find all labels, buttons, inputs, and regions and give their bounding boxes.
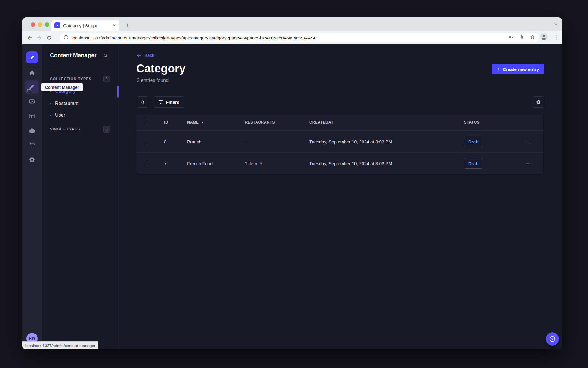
cell-name: Brunch <box>187 139 245 144</box>
column-header-id[interactable]: ID <box>164 120 187 124</box>
nav-cloud-icon[interactable] <box>25 124 39 137</box>
arrow-left-icon <box>137 53 142 58</box>
content-manager-tooltip: Content Manager <box>41 83 83 91</box>
plus-icon: + <box>497 66 500 72</box>
nav-marketplace-icon[interactable] <box>25 139 39 152</box>
close-tab-icon[interactable]: × <box>112 23 116 28</box>
new-tab-button[interactable]: + <box>123 21 132 30</box>
cell-id: 7 <box>164 161 187 166</box>
table-row[interactable]: 7 French Food 1 item ▼ Tuesday, Septembe… <box>136 152 543 174</box>
url-text[interactable]: localhost:1337/admin/content-manager/col… <box>72 35 504 40</box>
browser-reload-icon[interactable] <box>44 33 54 42</box>
status-badge[interactable]: Draft <box>464 158 483 169</box>
filter-icon <box>159 100 163 104</box>
zoom-page-icon[interactable] <box>519 34 525 41</box>
traffic-lights <box>31 22 49 27</box>
browser-menu-icon[interactable]: ⋮ <box>553 34 559 41</box>
subnav-item-label: User <box>55 112 65 118</box>
main-content: Back Category 2 entries found + Create n… <box>118 44 562 349</box>
row-checkbox[interactable] <box>146 139 146 145</box>
row-actions-menu-icon[interactable]: ⋯ <box>526 138 532 145</box>
browser-tab[interactable]: Category | Strapi × <box>51 20 119 31</box>
subnav-search-button[interactable] <box>101 51 110 60</box>
view-settings-button[interactable] <box>533 96 544 108</box>
url-bar[interactable]: localhost:1337/admin/content-manager/col… <box>60 33 539 42</box>
bullet-icon <box>50 115 51 116</box>
back-label: Back <box>144 53 154 58</box>
tab-search-chevron-icon[interactable] <box>554 22 558 28</box>
column-header-name[interactable]: NAME▲ <box>187 120 245 124</box>
browser-back-icon[interactable] <box>25 33 34 42</box>
list-actions-row: Filters <box>137 96 544 108</box>
filters-button[interactable]: Filters <box>154 96 184 108</box>
svg-text:?: ? <box>551 337 554 341</box>
cell-restaurants: 1 item <box>245 161 257 166</box>
create-button-label: Create new entry <box>503 67 539 72</box>
page-title: Category <box>136 62 186 75</box>
entries-table: ID NAME▲ RESTAURANTS CREATEDAT STATUS 8 … <box>136 114 543 174</box>
nav-content-type-builder-icon[interactable] <box>25 110 39 123</box>
strapi-logo[interactable] <box>26 51 38 63</box>
row-checkbox[interactable] <box>146 161 146 166</box>
cell-createdat: Tuesday, September 10, 2024 at 3:03 PM <box>309 139 464 144</box>
select-all-checkbox[interactable] <box>146 119 146 125</box>
bullet-icon <box>50 103 51 104</box>
create-new-entry-button[interactable]: + Create new entry <box>492 64 544 74</box>
strapi-admin: ☝ KD Content Manager COLLECTION TYPES 3 … <box>22 44 562 349</box>
cell-name: French Food <box>187 161 245 166</box>
column-header-createdat[interactable]: CREATEDAT <box>309 120 464 124</box>
filters-label: Filters <box>166 100 179 105</box>
nav-settings-icon[interactable] <box>25 153 39 166</box>
bookmark-star-icon[interactable] <box>529 34 535 41</box>
cell-restaurants: - <box>245 139 246 144</box>
tab-strip: Category | Strapi × + <box>22 17 562 31</box>
site-info-icon[interactable] <box>63 35 69 41</box>
cell-id: 8 <box>164 139 187 144</box>
subnav-item-label: Restaurant <box>55 101 78 106</box>
table-row[interactable]: 8 Brunch - Tuesday, September 10, 2024 a… <box>136 130 543 152</box>
main-nav-rail: ☝ KD <box>22 44 42 349</box>
fullscreen-window-button[interactable] <box>45 22 49 27</box>
password-manager-icon[interactable] <box>508 34 514 41</box>
entries-count: 2 entries found <box>137 78 169 83</box>
tab-title: Category | Strapi <box>63 23 110 28</box>
row-actions-menu-icon[interactable]: ⋯ <box>526 160 532 167</box>
nav-home-icon[interactable] <box>25 66 39 79</box>
back-link[interactable]: Back <box>137 53 154 58</box>
subnav-divider <box>50 68 60 68</box>
browser-profile-avatar[interactable] <box>540 33 548 42</box>
minimize-window-button[interactable] <box>38 22 42 27</box>
column-header-status[interactable]: STATUS <box>464 120 525 124</box>
chevron-down-icon: ▼ <box>260 162 263 165</box>
collection-types-label: COLLECTION TYPES <box>50 77 91 81</box>
sort-asc-icon: ▲ <box>201 121 204 124</box>
subnav-item-restaurant[interactable]: Restaurant <box>50 101 113 106</box>
browser-forward-icon[interactable] <box>34 33 44 42</box>
cell-createdat: Tuesday, September 10, 2024 at 3:03 PM <box>309 161 464 166</box>
column-header-restaurants[interactable]: RESTAURANTS <box>245 120 309 124</box>
subnav-title: Content Manager <box>50 52 96 59</box>
strapi-favicon <box>54 22 60 28</box>
close-window-button[interactable] <box>31 22 35 27</box>
relation-cell[interactable]: 1 item ▼ <box>245 161 309 166</box>
nav-media-library-icon[interactable] <box>25 95 39 108</box>
table-header-row: ID NAME▲ RESTAURANTS CREATEDAT STATUS <box>136 114 543 130</box>
single-types-count: 0 <box>103 126 110 133</box>
browser-window: Category | Strapi × + localhost:1337/adm… <box>22 17 562 349</box>
collection-types-count: 3 <box>103 76 110 82</box>
collection-types-section: COLLECTION TYPES 3 <box>50 76 110 82</box>
status-badge[interactable]: Draft <box>464 136 483 147</box>
subnav-item-user[interactable]: User <box>50 112 113 118</box>
browser-toolbar: localhost:1337/admin/content-manager/col… <box>22 31 562 44</box>
list-search-button[interactable] <box>137 96 148 108</box>
help-button[interactable]: ? <box>546 332 559 346</box>
single-types-label: SINGLE TYPES <box>50 127 80 131</box>
single-types-section: SINGLE TYPES 0 <box>50 126 110 133</box>
link-preview-statusbar: localhost:1337/admin/content-manager <box>22 341 98 349</box>
